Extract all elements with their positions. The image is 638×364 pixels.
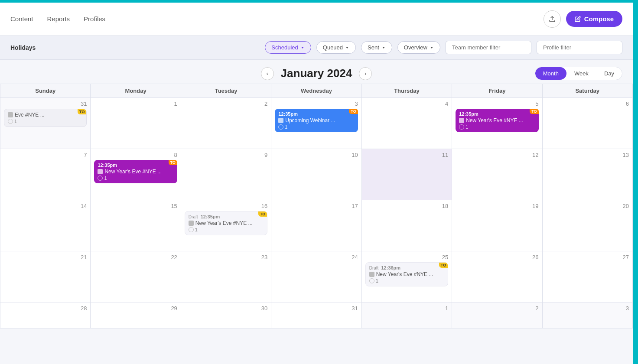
event-time: 12:35pm [278, 111, 354, 117]
cal-cell-jan13: 13 [543, 149, 633, 200]
image-icon [369, 272, 374, 277]
sent-filter[interactable]: Sent [361, 41, 392, 54]
day-num: 9 [185, 152, 267, 158]
day-num: 13 [546, 152, 629, 158]
cal-cell-jan17: 17 [271, 200, 361, 251]
event-count: 1 [8, 119, 83, 124]
to-badge: TO [530, 109, 538, 114]
day-view-button[interactable]: Day [596, 67, 622, 80]
circle-icon [278, 124, 283, 130]
cal-cell-jan28: 28 [0, 302, 91, 328]
cal-cell-jan23: 23 [181, 251, 271, 302]
cal-cell-jan27: 27 [543, 251, 633, 302]
day-num: 10 [275, 152, 358, 158]
to-badge: TO [169, 160, 177, 165]
image-icon [98, 169, 103, 174]
nav-content[interactable]: Content [10, 15, 33, 23]
day-num: 20 [546, 203, 629, 209]
svg-marker-3 [382, 47, 385, 49]
event-card-jan16[interactable]: TO Draft 12:35pm New Year's Eve #NYE ...… [185, 211, 267, 235]
event-title: Upcoming Webinar ... [278, 117, 354, 124]
compose-label: Compose [584, 15, 614, 23]
overview-label: Overview [404, 44, 427, 51]
nav-profiles[interactable]: Profiles [84, 15, 105, 23]
day-num: 19 [456, 203, 538, 209]
header-sunday: Sunday [0, 84, 91, 98]
prev-month-button[interactable]: ‹ [261, 67, 274, 80]
cal-cell-jan3: 3 TO 12:35pm Upcoming Webinar ... 1 [271, 98, 361, 149]
event-card-jan25[interactable]: TO Draft 12:36pm New Year's Eve #NYE ...… [365, 262, 448, 286]
teal-right-bar [633, 0, 638, 364]
event-time: 12:35pm [98, 162, 173, 168]
nav-reports[interactable]: Reports [47, 15, 70, 23]
day-num: 15 [94, 203, 177, 209]
circle-icon [98, 176, 103, 181]
next-month-button[interactable]: › [359, 67, 372, 80]
cal-cell-jan4: 4 [362, 98, 452, 149]
day-num: 4 [365, 101, 448, 107]
calendar-area: ‹ January 2024 › Month Week Day Sunday M… [0, 60, 633, 364]
cal-cell-jan12: 12 [452, 149, 542, 200]
cal-cell-jan14: 14 [0, 200, 91, 251]
cal-cell-jan25: 25 TO Draft 12:36pm New Year's Eve #NYE … [362, 251, 452, 302]
day-num: 31 [275, 305, 358, 312]
header-thursday: Thursday [362, 84, 452, 98]
image-icon [8, 112, 13, 117]
day-num: 12 [456, 152, 538, 158]
queued-label: Queued [323, 44, 343, 51]
image-icon [278, 118, 283, 123]
overview-filter[interactable]: Overview [397, 41, 440, 54]
event-title: Eve #NYE ... [8, 112, 83, 118]
cal-cell-jan15: 15 [91, 200, 181, 251]
to-badge: TO [439, 263, 448, 268]
header-tuesday: Tuesday [181, 84, 271, 98]
header-friday: Friday [452, 84, 542, 98]
week-view-button[interactable]: Week [566, 67, 596, 80]
event-title: New Year's Eve #NYE ... [459, 117, 535, 124]
event-card-jan5[interactable]: TO 12:35pm New Year's Eve #NYE ... 1 [456, 109, 538, 132]
header-monday: Monday [91, 84, 181, 98]
month-nav: ‹ January 2024 › Month Week Day [0, 60, 633, 84]
image-icon [459, 118, 464, 123]
filter-bar: Holidays Scheduled Queued Sent Overview [0, 36, 633, 60]
compose-button[interactable]: Compose [566, 11, 622, 27]
cal-cell-jan6: 6 [543, 98, 633, 149]
cal-cell-feb3: 3 [543, 302, 633, 328]
event-title: New Year's Eve #NYE ... [98, 169, 173, 175]
header-saturday: Saturday [543, 84, 633, 98]
event-count: 1 [189, 227, 264, 232]
circle-icon [189, 227, 194, 232]
event-title: New Year's Eve #NYE ... [369, 271, 444, 277]
to-badge: TO [349, 109, 358, 114]
event-count: 1 [278, 124, 354, 130]
day-num: 3 [546, 305, 629, 312]
day-num: 11 [365, 152, 448, 158]
event-card-jan8[interactable]: TO 12:35pm New Year's Eve #NYE ... 1 [94, 160, 177, 183]
event-time: Draft 12:36pm [369, 265, 444, 270]
day-num: 3 [275, 101, 358, 107]
cal-cell-jan8: 8 TO 12:35pm New Year's Eve #NYE ... 1 [91, 149, 181, 200]
day-num: 2 [185, 101, 267, 107]
event-card-jan3[interactable]: TO 12:35pm Upcoming Webinar ... 1 [275, 109, 358, 132]
cal-cell-jan29: 29 [91, 302, 181, 328]
scheduled-label: Scheduled [271, 44, 298, 51]
header-wednesday: Wednesday [271, 84, 361, 98]
cal-cell-jan7: 7 [0, 149, 91, 200]
upload-button[interactable] [544, 10, 561, 28]
day-num: 24 [275, 254, 358, 260]
day-num: 25 [365, 254, 448, 260]
day-num: 14 [4, 203, 87, 209]
cal-cell-jan16: 16 TO Draft 12:35pm New Year's Eve #NYE … [181, 200, 271, 251]
scheduled-filter[interactable]: Scheduled [265, 41, 311, 54]
teal-top-bar [0, 0, 638, 3]
profile-filter[interactable] [537, 41, 622, 54]
cal-cell-jan24: 24 [271, 251, 361, 302]
circle-icon [459, 124, 464, 130]
cal-cell-jan22: 22 [91, 251, 181, 302]
team-member-filter[interactable] [446, 41, 531, 54]
svg-marker-2 [346, 47, 348, 49]
queued-filter[interactable]: Queued [316, 41, 356, 54]
event-card[interactable]: TO Eve #NYE ... 1 [4, 109, 87, 127]
month-view-button[interactable]: Month [535, 67, 566, 80]
to-badge: TO [78, 109, 86, 114]
